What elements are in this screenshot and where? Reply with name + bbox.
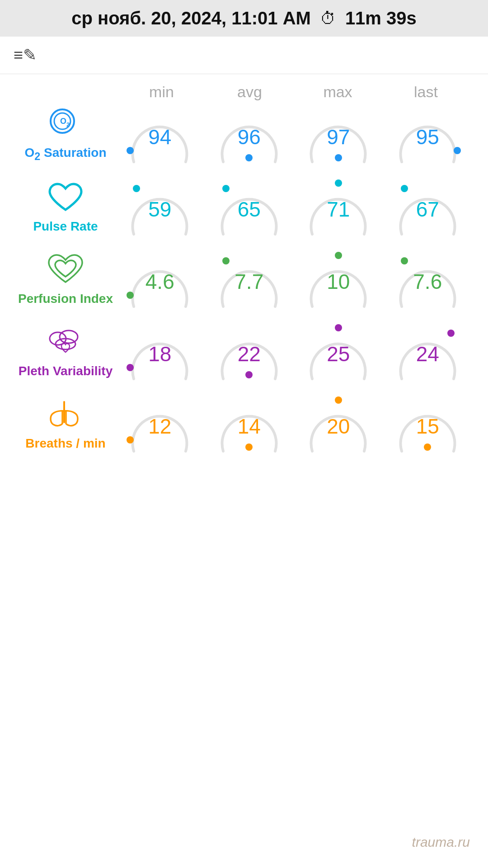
pleth-icon <box>45 325 86 361</box>
svg-text:2: 2 <box>66 121 70 128</box>
perf-last-value: 7.6 <box>413 269 442 294</box>
clock-icon: ⏱ <box>320 9 336 28</box>
breath-last-cell: 15 <box>383 395 473 453</box>
perf-max-value: 10 <box>327 269 350 294</box>
pleth-max-gauge: 25 <box>303 322 373 381</box>
svg-text:O: O <box>60 117 66 126</box>
metric-label-pulse: Pulse Rate <box>16 180 115 234</box>
pleth-min-cell: 18 <box>115 322 205 381</box>
breath-min-gauge: 12 <box>125 395 195 453</box>
breath-avg-cell: 14 <box>205 395 294 453</box>
o2-max-gauge: 97 <box>303 105 373 164</box>
pleth-avg-value: 22 <box>238 342 261 366</box>
col-header-avg: avg <box>206 83 294 101</box>
pleth-min-gauge: 18 <box>125 322 195 381</box>
o2-label-text: O2 Saturation <box>25 146 107 163</box>
perf-last-cell: 7.6 <box>383 250 473 309</box>
metric-label-breath: Breaths / min <box>16 397 115 451</box>
perf-avg-value: 7.7 <box>235 269 263 294</box>
o2-max-value: 97 <box>327 125 350 149</box>
main-content: min avg max last O 2 O2 Saturation <box>0 74 488 476</box>
breath-label-text: Breaths / min <box>25 436 105 451</box>
pulse-min-gauge: 59 <box>125 178 195 236</box>
o2-icon: O 2 <box>45 107 86 143</box>
pulse-min-value: 59 <box>148 197 171 222</box>
breath-icon <box>45 397 86 434</box>
pulse-last-cell: 67 <box>383 178 473 236</box>
perf-icon <box>45 253 86 289</box>
o2-avg-value: 96 <box>238 125 261 149</box>
pleth-max-cell: 25 <box>294 322 383 381</box>
breath-max-cell: 20 <box>294 395 383 453</box>
pleth-last-cell: 24 <box>383 322 473 381</box>
o2-min-value: 94 <box>148 125 171 149</box>
perf-max-cell: 10 <box>294 250 383 309</box>
metric-row-perf: Perfusion Index 4.6 7.7 <box>14 250 474 309</box>
status-bar: ср нояб. 20, 2024, 11:01 AM ⏱ 11m 39s <box>0 0 488 37</box>
breath-last-value: 15 <box>416 414 439 439</box>
pulse-last-value: 67 <box>416 197 439 222</box>
col-header-min: min <box>117 83 206 101</box>
o2-min-cell: 94 <box>115 105 205 164</box>
pleth-avg-cell: 22 <box>205 322 294 381</box>
watermark-text: trauma.ru <box>412 835 470 850</box>
o2-last-value: 95 <box>416 125 439 149</box>
breath-min-cell: 12 <box>115 395 205 453</box>
perf-avg-cell: 7.7 <box>205 250 294 309</box>
pleth-last-value: 24 <box>416 342 439 366</box>
o2-min-gauge: 94 <box>125 105 195 164</box>
pulse-icon <box>45 180 86 217</box>
pleth-label-text: Pleth Variability <box>19 364 113 378</box>
pleth-max-value: 25 <box>327 342 350 366</box>
o2-max-cell: 97 <box>294 105 383 164</box>
pulse-avg-gauge: 65 <box>214 178 284 236</box>
metric-row-pleth: Pleth Variability 18 22 <box>14 322 474 381</box>
breath-min-value: 12 <box>148 414 171 439</box>
pulse-label-text: Pulse Rate <box>33 219 98 234</box>
perf-min-gauge: 4.6 <box>125 250 195 309</box>
perf-last-gauge: 7.6 <box>393 250 463 309</box>
pleth-avg-gauge: 22 <box>214 322 284 381</box>
metric-row-o2: O 2 O2 Saturation 94 96 <box>14 105 474 164</box>
pleth-min-value: 18 <box>148 342 171 366</box>
edit-list-icon[interactable]: ≡✎ <box>14 46 37 65</box>
metric-row-breath: Breaths / min 12 14 <box>14 395 474 453</box>
o2-last-gauge: 95 <box>393 105 463 164</box>
perf-min-cell: 4.6 <box>115 250 205 309</box>
metric-label-o2: O 2 O2 Saturation <box>16 107 115 163</box>
col-header-last: last <box>382 83 470 101</box>
perf-label-text: Perfusion Index <box>18 292 113 306</box>
column-headers: min avg max last <box>14 83 474 101</box>
breath-last-gauge: 15 <box>393 395 463 453</box>
pulse-min-cell: 59 <box>115 178 205 236</box>
breath-avg-gauge: 14 <box>214 395 284 453</box>
col-header-empty <box>18 83 117 101</box>
pulse-max-gauge: 71 <box>303 178 373 236</box>
pleth-last-gauge: 24 <box>393 322 463 381</box>
date-time-text: ср нояб. 20, 2024, 11:01 AM <box>71 8 311 28</box>
pulse-last-gauge: 67 <box>393 178 463 236</box>
breath-max-value: 20 <box>327 414 350 439</box>
pulse-max-value: 71 <box>327 197 350 222</box>
o2-last-cell: 95 <box>383 105 473 164</box>
perf-min-value: 4.6 <box>145 269 174 294</box>
perf-avg-gauge: 7.7 <box>214 250 284 309</box>
breath-avg-value: 14 <box>238 414 261 439</box>
o2-avg-gauge: 96 <box>214 105 284 164</box>
pulse-avg-cell: 65 <box>205 178 294 236</box>
metric-row-pulse: Pulse Rate 59 65 <box>14 178 474 236</box>
metric-label-pleth: Pleth Variability <box>16 325 115 378</box>
pulse-max-cell: 71 <box>294 178 383 236</box>
metric-label-perf: Perfusion Index <box>16 253 115 306</box>
perf-max-gauge: 10 <box>303 250 373 309</box>
toolbar: ≡✎ <box>0 37 488 74</box>
pulse-avg-value: 65 <box>238 197 261 222</box>
breath-max-gauge: 20 <box>303 395 373 453</box>
o2-avg-cell: 96 <box>205 105 294 164</box>
col-header-max: max <box>294 83 382 101</box>
duration-text: 11m 39s <box>345 8 417 28</box>
